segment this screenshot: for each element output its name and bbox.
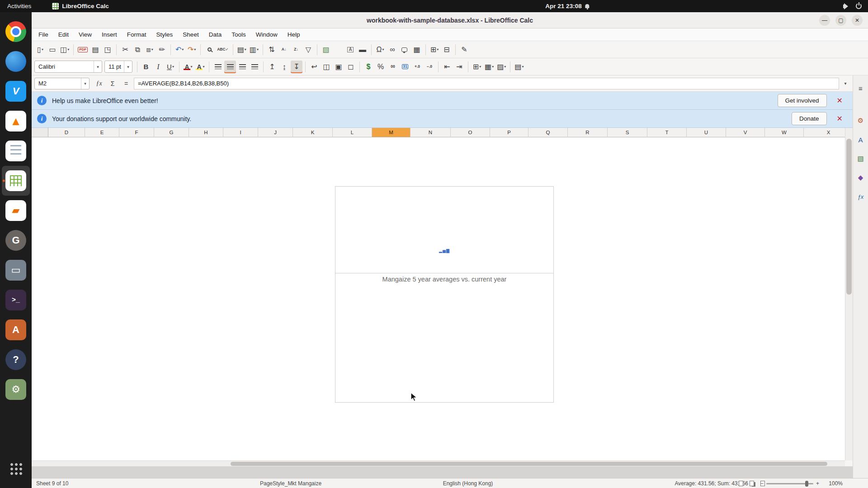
font-name-combo[interactable]: Calibri▾ [34, 61, 102, 73]
help-icon[interactable]: ? [2, 345, 30, 375]
merge-cells-button[interactable]: ▣ [333, 61, 344, 73]
highlighting-color-button[interactable]: A▾ [194, 61, 206, 73]
column-header-Q[interactable]: Q [528, 128, 568, 137]
split-window-button[interactable]: ⊟ [441, 43, 453, 56]
properties-deck-icon[interactable]: ⚙ [854, 114, 867, 127]
select-sum-button[interactable]: Σ [107, 78, 118, 89]
align-right-button[interactable] [236, 61, 248, 73]
column-header-X[interactable]: X [804, 128, 845, 137]
chevron-down-icon[interactable]: ▾ [437, 47, 439, 52]
volume-icon[interactable] [843, 5, 846, 8]
minimize-button[interactable]: — [819, 15, 830, 26]
format-as-number-button[interactable]: 00 [387, 61, 399, 73]
styles-deck-icon[interactable]: A [854, 133, 867, 146]
column-header-P[interactable]: P [490, 128, 528, 137]
get-involved-button[interactable]: Get involved [778, 94, 827, 107]
increase-indent-button[interactable]: ⇥ [453, 61, 465, 73]
menu-styles[interactable]: Styles [151, 28, 178, 41]
functions-deck-icon[interactable]: ƒx [854, 190, 867, 203]
borders-button[interactable]: ⊞▾ [471, 61, 483, 73]
grid-corner[interactable] [32, 128, 48, 137]
clock[interactable]: Apr 21 23:08 [545, 0, 589, 12]
align-bottom-button[interactable]: ↧ [291, 61, 302, 73]
chevron-down-icon[interactable]: ▾ [124, 61, 132, 72]
menu-window[interactable]: Window [251, 28, 283, 41]
conditional-formatting-button[interactable]: ▤▾ [513, 61, 525, 73]
visual-studio-code-icon[interactable]: V [2, 76, 30, 106]
column-header-U[interactable]: U [687, 128, 726, 137]
spelling-button[interactable]: ABC✓ [216, 43, 230, 56]
find-and-replace-button[interactable] [203, 43, 215, 56]
language-status[interactable]: English (Hong Kong) [434, 479, 502, 488]
menu-data[interactable]: Data [204, 28, 227, 41]
topbar-app-indicator[interactable]: LibreOffice Calc [52, 3, 109, 9]
align-center-button[interactable] [224, 61, 236, 73]
view-single-page[interactable] [739, 481, 743, 486]
sort-button[interactable]: ⇅ [266, 43, 278, 56]
column-header-J[interactable]: J [258, 128, 293, 137]
libreoffice-impress-icon[interactable]: ▰ [2, 196, 30, 225]
google-chrome-icon[interactable] [2, 17, 30, 47]
chevron-down-icon[interactable]: ▾ [245, 47, 246, 52]
chevron-down-icon[interactable]: ▾ [203, 65, 205, 69]
zoom-out-button[interactable]: − [760, 480, 764, 487]
open-file-button[interactable]: ▭ [47, 43, 58, 56]
app-grid-icon[interactable] [2, 454, 30, 483]
chevron-down-icon[interactable]: ▾ [191, 65, 193, 69]
chevron-down-icon[interactable]: ▾ [522, 65, 524, 69]
save-button[interactable]: ◫▾ [59, 43, 71, 56]
sort-descending-button[interactable]: Z↓ [290, 43, 302, 56]
function-wizard-button[interactable]: ƒx [93, 78, 105, 89]
justified-button[interactable] [249, 61, 260, 73]
insert-rows-above-button[interactable]: ▤▾ [236, 43, 248, 56]
insert-text-box-button[interactable]: A [344, 43, 356, 56]
menu-edit[interactable]: Edit [53, 28, 74, 41]
chevron-down-icon[interactable]: ▾ [94, 61, 102, 72]
wrap-text-button[interactable]: ↩ [308, 61, 320, 73]
formula-button[interactable]: = [120, 78, 132, 89]
activities-button[interactable]: Activities [7, 3, 31, 9]
column-header-V[interactable]: V [726, 128, 765, 137]
column-header-O[interactable]: O [451, 128, 490, 137]
terminal-icon[interactable]: >_ [2, 285, 30, 315]
insert-special-character-button[interactable]: Ω▾ [374, 43, 386, 56]
page-style[interactable]: PageStyle_Mkt Mangaize [260, 479, 321, 488]
embedded-chart[interactable]: Mangaize 5 year averages vs. current yea… [335, 273, 554, 403]
italic-button[interactable]: I [152, 61, 164, 73]
add-decimal-place-button[interactable]: +.0 [411, 61, 423, 73]
column-header-W[interactable]: W [765, 128, 804, 137]
insert-image-button[interactable]: ▧ [320, 43, 332, 56]
undo-button[interactable]: ↶▾ [174, 43, 185, 56]
freeze-rows-and-columns-button[interactable]: ⊞▾ [429, 43, 440, 56]
sidebar-menu-icon[interactable]: ≡ [854, 82, 867, 94]
decrease-indent-button[interactable]: ⇤ [441, 61, 453, 73]
new-document-button[interactable]: ▯▾ [34, 43, 46, 56]
font-size-combo[interactable]: 11 pt▾ [104, 61, 132, 73]
vertical-scrollbar[interactable] [845, 128, 853, 460]
menu-tools[interactable]: Tools [226, 28, 251, 41]
menu-format[interactable]: Format [122, 28, 151, 41]
column-header-E[interactable]: E [85, 128, 119, 137]
format-as-percent-button[interactable]: % [375, 61, 387, 73]
chevron-down-icon[interactable]: ▾ [42, 47, 43, 52]
view-multiple-pages[interactable] [750, 481, 754, 486]
toggle-print-preview-button[interactable]: ◳ [102, 43, 113, 56]
font-color-button[interactable]: A▾ [182, 61, 194, 73]
chevron-down-icon[interactable]: ▾ [492, 65, 494, 69]
chevron-down-icon[interactable]: ▾ [382, 47, 384, 52]
horizontal-scrollbar[interactable] [32, 460, 845, 466]
center-vertically-button[interactable]: ↨ [278, 61, 290, 73]
donate-button[interactable]: Donate [792, 112, 827, 125]
chevron-down-icon[interactable]: ▾ [182, 47, 184, 52]
settings-icon[interactable]: ⚙ [2, 375, 30, 404]
menu-insert[interactable]: Insert [97, 28, 122, 41]
autofilter-button[interactable]: ▽ [302, 43, 314, 56]
underline-button[interactable]: U▾ [165, 61, 176, 73]
expand-formula-bar-icon[interactable]: ▾ [841, 81, 850, 86]
copy-button[interactable]: ⧉ [132, 43, 143, 56]
define-print-area-button[interactable]: ▦ [411, 43, 423, 56]
chevron-down-icon[interactable]: ▾ [81, 78, 89, 89]
horizontal-scrollbar-thumb[interactable] [231, 462, 827, 466]
insert-hyperlink-button[interactable]: ∞ [387, 43, 398, 56]
column-header-S[interactable]: S [608, 128, 647, 137]
